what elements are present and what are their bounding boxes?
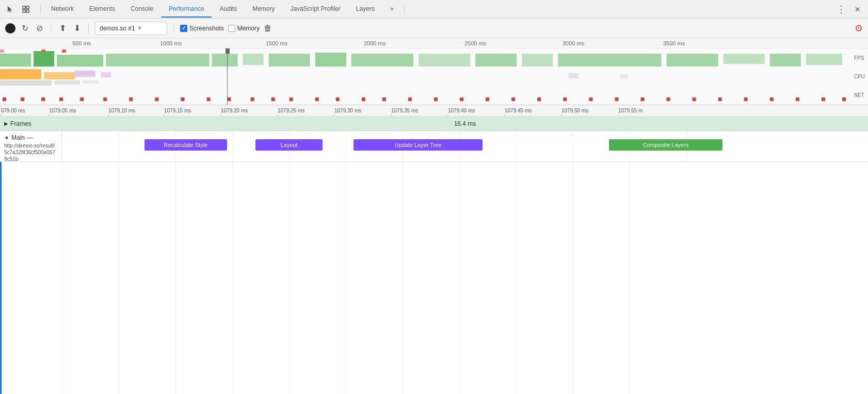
svg-rect-19 xyxy=(558,54,661,67)
fps-label: FPS xyxy=(854,55,865,61)
ruler-7: 1079.35 ms xyxy=(391,108,418,113)
main-dash: — xyxy=(27,134,33,141)
svg-rect-68 xyxy=(842,97,846,101)
screenshots-checkbox[interactable]: ✓ xyxy=(180,25,187,32)
tab-js-profiler[interactable]: JavaScript Profiler xyxy=(283,1,347,18)
svg-rect-50 xyxy=(382,97,386,101)
record-button[interactable] xyxy=(5,23,15,34)
left-blue-bar xyxy=(0,162,2,394)
composite-layers-block[interactable]: Composite Layers xyxy=(609,139,722,151)
ruler-0: 079.00 ms xyxy=(1,108,25,113)
overview-timeline-labels: 500 ms 1000 ms 1500 ms 2000 ms 2500 ms 3… xyxy=(0,38,868,48)
ruler-3: 1079.15 ms xyxy=(164,108,191,113)
recalculate-style-block[interactable]: Recalculate Style xyxy=(144,139,227,151)
grid-line-5 xyxy=(346,131,346,161)
frames-value: 16.4 ms xyxy=(62,120,868,127)
settings-button[interactable]: ⚙ xyxy=(855,23,863,34)
svg-rect-18 xyxy=(522,54,553,67)
reload-button[interactable]: ↻ xyxy=(20,23,30,34)
svg-rect-40 xyxy=(155,97,158,101)
empty-grid-line-6 xyxy=(346,162,346,394)
three-dots-icon[interactable]: ⋮ xyxy=(835,3,847,15)
close-devtools-button[interactable]: ✕ xyxy=(851,3,864,15)
fps-chart xyxy=(0,48,847,69)
toolbar-sep-3 xyxy=(173,23,174,34)
tab-bar-right: ⋮ ✕ xyxy=(835,3,864,15)
svg-rect-37 xyxy=(80,97,84,101)
session-selector[interactable]: demos.so #1 ▼ xyxy=(95,22,167,35)
svg-rect-9 xyxy=(57,55,103,67)
svg-rect-2 xyxy=(23,10,25,12)
svg-rect-47 xyxy=(315,97,319,101)
memory-checkbox-group[interactable]: Memory xyxy=(228,25,260,32)
main-content-area[interactable]: Recalculate Style Layout Update Layer Tr… xyxy=(62,131,868,161)
svg-rect-8 xyxy=(34,51,54,67)
layout-block[interactable]: Layout xyxy=(255,139,323,151)
grid-line-1 xyxy=(119,131,119,161)
svg-rect-27 xyxy=(54,80,80,85)
frames-expand-button[interactable]: ▶ Frames xyxy=(0,120,62,127)
svg-rect-48 xyxy=(336,97,340,101)
svg-rect-57 xyxy=(563,97,567,101)
download-button[interactable]: ⬇ xyxy=(72,23,82,34)
empty-grid-line-2 xyxy=(119,162,119,394)
svg-rect-23 xyxy=(806,54,842,65)
svg-rect-49 xyxy=(362,97,365,101)
screenshots-checkbox-group[interactable]: ✓ Screenshots xyxy=(180,25,224,32)
ruler-4: 1079.20 ms xyxy=(221,108,248,113)
svg-rect-61 xyxy=(667,97,670,101)
svg-rect-67 xyxy=(822,97,825,101)
clear-button[interactable]: ⊘ xyxy=(34,23,44,34)
svg-rect-3 xyxy=(26,10,29,12)
svg-rect-38 xyxy=(103,97,107,101)
main-url: http://demos.so/result/5c7a328f36cf500e0… xyxy=(4,142,57,162)
svg-rect-21 xyxy=(724,54,765,64)
overview-container: 500 ms 1000 ms 1500 ms 2000 ms 2500 ms 3… xyxy=(0,38,868,105)
clear-recordings-button[interactable]: 🗑 xyxy=(264,24,272,33)
svg-rect-41 xyxy=(181,97,184,101)
main-title: Main xyxy=(11,134,25,141)
upload-button[interactable]: ⬆ xyxy=(57,23,68,34)
update-layer-tree-block[interactable]: Update Layer Tree xyxy=(353,139,483,151)
svg-rect-56 xyxy=(537,97,541,101)
empty-grid-line-4 xyxy=(232,162,233,394)
tab-audits[interactable]: Audits xyxy=(213,1,244,18)
empty-grid-line-8 xyxy=(459,162,460,394)
svg-rect-64 xyxy=(744,97,748,101)
tab-performance[interactable]: Performance xyxy=(162,1,212,18)
svg-rect-11 xyxy=(212,54,238,67)
svg-rect-22 xyxy=(770,54,801,67)
svg-rect-17 xyxy=(475,54,517,67)
tab-layers[interactable]: Layers xyxy=(349,1,382,18)
tab-network[interactable]: Network xyxy=(44,1,81,18)
svg-rect-55 xyxy=(511,97,515,101)
grid-line-3 xyxy=(232,131,233,161)
svg-rect-44 xyxy=(251,97,254,101)
tab-console[interactable]: Console xyxy=(123,1,160,18)
svg-rect-20 xyxy=(667,54,718,67)
grid-line-9 xyxy=(573,131,573,161)
svg-rect-26 xyxy=(0,80,52,86)
svg-rect-30 xyxy=(101,72,111,77)
chart-area[interactable]: FPS CPU NET xyxy=(0,48,868,105)
svg-rect-34 xyxy=(21,97,24,101)
inspect-icon[interactable] xyxy=(20,3,32,15)
main-section-label[interactable]: ▼ Main — http://demos.so/result/5c7a328f… xyxy=(0,131,62,161)
svg-rect-25 xyxy=(44,72,75,79)
svg-rect-59 xyxy=(615,97,618,101)
cursor-icon[interactable] xyxy=(4,3,17,15)
frames-row: ▶ Frames 16.4 ms xyxy=(0,117,868,131)
svg-rect-36 xyxy=(59,97,63,101)
tab-elements[interactable]: Elements xyxy=(82,1,122,18)
svg-rect-15 xyxy=(351,54,413,67)
svg-rect-45 xyxy=(271,97,275,101)
svg-rect-60 xyxy=(641,97,645,101)
svg-rect-43 xyxy=(228,97,231,101)
grid-line-8 xyxy=(516,131,517,161)
more-tabs-button[interactable]: » xyxy=(383,1,401,18)
svg-rect-24 xyxy=(0,69,41,79)
svg-rect-4 xyxy=(0,50,4,53)
memory-checkbox[interactable] xyxy=(228,25,235,32)
tab-memory[interactable]: Memory xyxy=(245,1,282,18)
session-selector-value: demos.so #1 xyxy=(100,25,135,32)
